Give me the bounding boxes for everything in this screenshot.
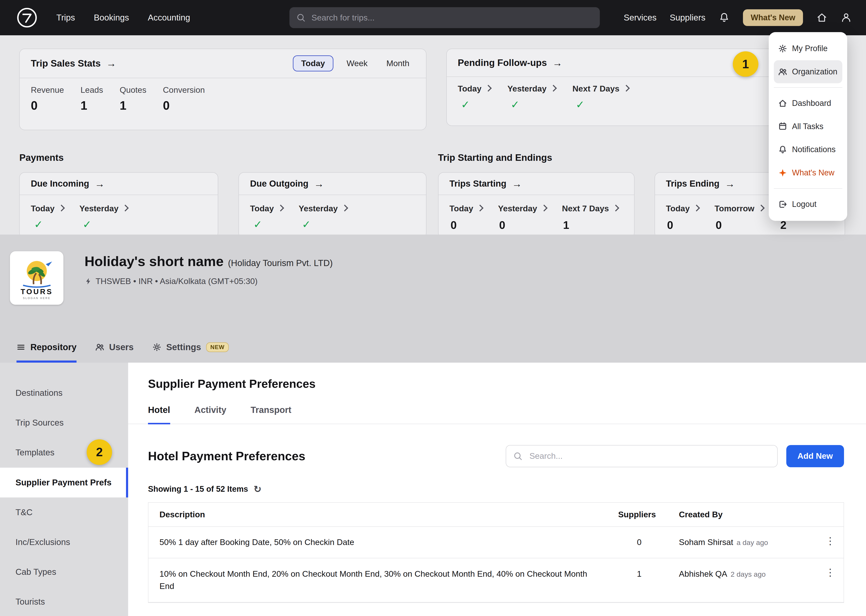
repository-sidebar: Destinations Trip Sources Templates Supp… (0, 363, 128, 616)
item-value: 0 (716, 219, 764, 231)
stat-revenue: Revenue 0 (31, 85, 64, 112)
trips-start-today[interactable]: Today 0 (449, 204, 483, 231)
trips-start-yesterday[interactable]: Yesterday 0 (498, 204, 546, 231)
nav-accounting[interactable]: Accounting (148, 13, 190, 23)
gear-icon (778, 44, 787, 53)
payment-pref-tabs: Hotel Activity Transport (128, 405, 866, 424)
sidebar-item-inc-exclusions[interactable]: Inc/Exclusions (0, 527, 128, 557)
trip-sales-stats-card: Trip Sales Stats → Today Week Month Reve… (19, 49, 426, 130)
menu-item-my-profile[interactable]: My Profile (774, 37, 842, 60)
due-in-today[interactable]: Today ✓ (31, 204, 64, 231)
menu-divider (774, 188, 842, 189)
arrow-right-icon[interactable]: → (553, 57, 562, 69)
check-icon: ✓ (461, 99, 491, 111)
table-search[interactable] (506, 445, 778, 467)
menu-item-logout[interactable]: Logout (774, 193, 842, 216)
page-title: Supplier Payment Preferences (148, 377, 844, 391)
payments-heading: Payments (19, 152, 64, 163)
menu-item-notifications[interactable]: Notifications (774, 138, 842, 161)
due-in-yesterday[interactable]: Yesterday ✓ (79, 204, 128, 231)
brand-logo-icon[interactable] (16, 7, 38, 28)
item-label: Today (666, 204, 690, 213)
pending-yesterday[interactable]: Yesterday ✓ (507, 84, 556, 111)
global-search[interactable] (290, 7, 600, 28)
trips-starting-items: Today 0 Yesterday 0 Next 7 Days 1 (438, 195, 634, 231)
sidebar-item-tc[interactable]: T&C (0, 497, 128, 527)
organization-title: Holiday's short name(Holiday Tourism Pvt… (85, 253, 333, 269)
arrow-right-icon[interactable]: → (512, 178, 522, 190)
trips-start-next7days[interactable]: Next 7 Days 1 (562, 204, 618, 231)
cell-created-by: Abhishek QA2 days ago (668, 558, 817, 602)
list-icon (16, 343, 25, 352)
due-incoming-items: Today ✓ Yesterday ✓ (20, 195, 217, 230)
stat-value: 1 (80, 99, 103, 112)
trips-end-today[interactable]: Today 0 (666, 204, 699, 231)
row-menu-kebab-icon[interactable]: ⋮ (817, 558, 843, 602)
tab-activity[interactable]: Activity (194, 405, 226, 424)
item-label: Next 7 Days (573, 84, 619, 93)
topbar-right: Services Suppliers What's New (624, 0, 852, 35)
menu-item-label: My Profile (792, 44, 828, 53)
nav-suppliers[interactable]: Suppliers (670, 13, 705, 23)
global-search-input[interactable] (310, 13, 593, 23)
gear-icon (153, 343, 161, 352)
sidebar-item-tourists[interactable]: Tourists (0, 587, 128, 616)
tab-hotel[interactable]: Hotel (148, 405, 170, 424)
due-incoming-card: Due Incoming → Today ✓ Yesterday ✓ (19, 172, 218, 234)
stat-value: 0 (163, 99, 205, 112)
stat-label: Conversion (163, 85, 205, 95)
cell-description: 50% 1 day after Booking Date, 50% on Che… (148, 527, 607, 558)
tab-transport[interactable]: Transport (250, 405, 291, 424)
pending-today[interactable]: Today ✓ (458, 84, 491, 111)
organization-legal-name: (Holiday Tourism Pvt. LTD) (228, 258, 332, 268)
logout-icon (778, 200, 787, 209)
bell-icon[interactable] (719, 12, 730, 23)
chevron-right-icon (277, 204, 284, 212)
home-icon[interactable] (816, 12, 827, 23)
stat-label: Revenue (31, 85, 64, 95)
chevron-right-icon (541, 204, 548, 212)
toggle-month[interactable]: Month (381, 55, 415, 71)
sidebar-item-trip-sources[interactable]: Trip Sources (0, 408, 128, 438)
row-menu-kebab-icon[interactable]: ⋮ (817, 527, 843, 558)
item-value: 0 (450, 219, 482, 231)
due-out-yesterday[interactable]: Yesterday ✓ (299, 204, 347, 231)
arrow-right-icon[interactable]: → (95, 178, 105, 190)
account-icon[interactable] (841, 12, 852, 23)
sidebar-item-cab-types[interactable]: Cab Types (0, 557, 128, 587)
arrow-right-icon[interactable]: → (106, 58, 116, 69)
menu-item-label: Logout (792, 200, 817, 209)
menu-item-organization[interactable]: Organization (774, 60, 842, 83)
item-label: Today (250, 204, 274, 213)
item-label: Yesterday (507, 84, 546, 93)
due-out-today[interactable]: Today ✓ (250, 204, 283, 231)
organization-tabs: Repository Users Settings NEW (16, 342, 229, 363)
sidebar-item-destinations[interactable]: Destinations (0, 378, 128, 408)
whats-new-button[interactable]: What's New (743, 9, 803, 26)
menu-item-dashboard[interactable]: Dashboard (774, 92, 842, 115)
menu-item-whats-new[interactable]: What's New (774, 161, 842, 184)
creator-name: Soham Shirsat (679, 537, 733, 547)
table-search-input[interactable] (528, 451, 770, 461)
toggle-today[interactable]: Today (293, 55, 334, 71)
arrow-right-icon[interactable]: → (314, 178, 324, 190)
trips-end-tomorrow[interactable]: Tomorrow 0 (715, 204, 764, 231)
refresh-icon[interactable]: ↻ (254, 484, 261, 495)
pending-next7days[interactable]: Next 7 Days ✓ (573, 84, 629, 111)
arrow-right-icon[interactable]: → (725, 178, 735, 190)
nav-trips[interactable]: Trips (56, 13, 75, 23)
stat-label: Leads (80, 85, 103, 95)
logo-sub-text: SLOGAN HERE (23, 297, 50, 300)
tab-users[interactable]: Users (95, 342, 134, 363)
menu-item-all-tasks[interactable]: All Tasks (774, 115, 842, 138)
tab-settings[interactable]: Settings NEW (153, 342, 229, 363)
toggle-week[interactable]: Week (341, 55, 373, 71)
menu-item-label: Notifications (792, 145, 836, 154)
sidebar-item-supplier-payment-prefs[interactable]: Supplier Payment Prefs (0, 468, 128, 497)
trips-ending-title: Trips Ending (666, 179, 720, 189)
stat-leads: Leads 1 (80, 85, 103, 112)
nav-bookings[interactable]: Bookings (94, 13, 129, 23)
add-new-button[interactable]: Add New (786, 445, 844, 467)
nav-services[interactable]: Services (624, 13, 657, 23)
tab-repository[interactable]: Repository (16, 342, 77, 363)
